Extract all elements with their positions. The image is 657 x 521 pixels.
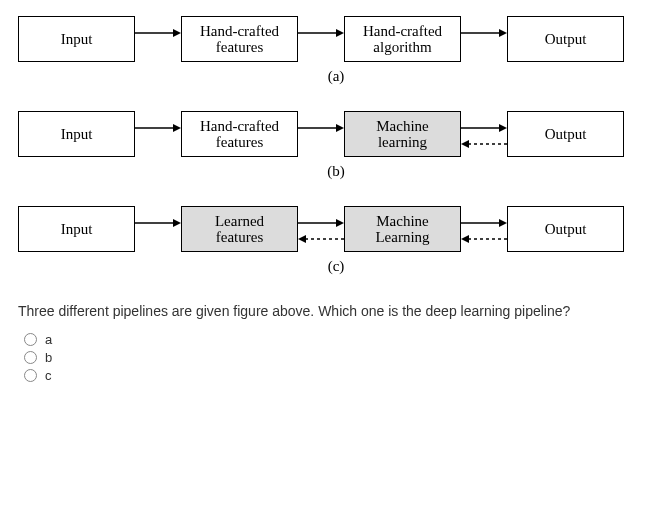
- pipeline-box: Output: [507, 16, 624, 62]
- pipeline-caption: (c): [18, 258, 654, 275]
- pipeline-box: Hand-craftedfeatures: [181, 111, 298, 157]
- pipeline-a: InputHand-craftedfeaturesHand-craftedalg…: [18, 16, 639, 62]
- pipeline-box: Hand-craftedalgorithm: [344, 16, 461, 62]
- box-line1: Hand-crafted: [200, 118, 279, 135]
- option-b[interactable]: b: [24, 350, 639, 365]
- pipeline-box: Learnedfeatures: [181, 206, 298, 252]
- option-c[interactable]: c: [24, 368, 639, 383]
- box-line1: Input: [61, 126, 93, 143]
- pipeline-box: Output: [507, 111, 624, 157]
- option-label: a: [45, 332, 52, 347]
- svg-marker-19: [298, 235, 306, 243]
- box-line2: learning: [378, 134, 427, 151]
- box-line1: Input: [61, 31, 93, 48]
- box-line1: Hand-crafted: [200, 23, 279, 40]
- box-line2: features: [216, 229, 263, 246]
- box-line1: Hand-crafted: [363, 23, 442, 40]
- pipeline-caption: (b): [18, 163, 654, 180]
- svg-marker-11: [499, 124, 507, 132]
- pipeline-box: Input: [18, 111, 135, 157]
- box-line1: Output: [545, 31, 587, 48]
- pipeline-caption: (a): [18, 68, 654, 85]
- radio-icon[interactable]: [24, 369, 37, 382]
- pipeline-box: Hand-craftedfeatures: [181, 16, 298, 62]
- pipeline-box: Machinelearning: [344, 111, 461, 157]
- option-label: c: [45, 368, 52, 383]
- svg-marker-7: [173, 124, 181, 132]
- arrow-gap: [135, 17, 181, 61]
- arrow-gap: [461, 112, 507, 156]
- radio-icon[interactable]: [24, 351, 37, 364]
- arrow-gap: [298, 17, 344, 61]
- pipeline-box: Input: [18, 206, 135, 252]
- box-line2: features: [216, 39, 263, 56]
- svg-marker-9: [336, 124, 344, 132]
- pipeline-b: InputHand-craftedfeaturesMachinelearning…: [18, 111, 639, 157]
- box-line1: Learned: [215, 213, 264, 230]
- arrow-gap: [298, 207, 344, 251]
- box-line1: Machine: [376, 213, 428, 230]
- svg-marker-23: [461, 235, 469, 243]
- box-line1: Input: [61, 221, 93, 238]
- arrow-gap: [135, 112, 181, 156]
- arrow-gap: [135, 207, 181, 251]
- svg-marker-3: [336, 29, 344, 37]
- svg-marker-1: [173, 29, 181, 37]
- pipeline-box: Input: [18, 16, 135, 62]
- svg-marker-5: [499, 29, 507, 37]
- arrow-gap: [461, 17, 507, 61]
- pipelines-figure: InputHand-craftedfeaturesHand-craftedalg…: [18, 16, 639, 275]
- pipeline-c: InputLearnedfeaturesMachineLearningOutpu…: [18, 206, 639, 252]
- options-group: abc: [18, 332, 639, 383]
- box-line1: Output: [545, 221, 587, 238]
- box-line1: Machine: [376, 118, 428, 135]
- option-a[interactable]: a: [24, 332, 639, 347]
- svg-marker-17: [336, 219, 344, 227]
- svg-marker-15: [173, 219, 181, 227]
- svg-marker-21: [499, 219, 507, 227]
- box-line2: features: [216, 134, 263, 151]
- arrow-gap: [298, 112, 344, 156]
- svg-marker-13: [461, 140, 469, 148]
- box-line2: Learning: [375, 229, 429, 246]
- radio-icon[interactable]: [24, 333, 37, 346]
- box-line1: Output: [545, 126, 587, 143]
- arrow-gap: [461, 207, 507, 251]
- option-label: b: [45, 350, 52, 365]
- pipeline-box: Output: [507, 206, 624, 252]
- question-text: Three different pipelines are given figu…: [18, 301, 618, 322]
- pipeline-box: MachineLearning: [344, 206, 461, 252]
- box-line2: algorithm: [373, 39, 431, 56]
